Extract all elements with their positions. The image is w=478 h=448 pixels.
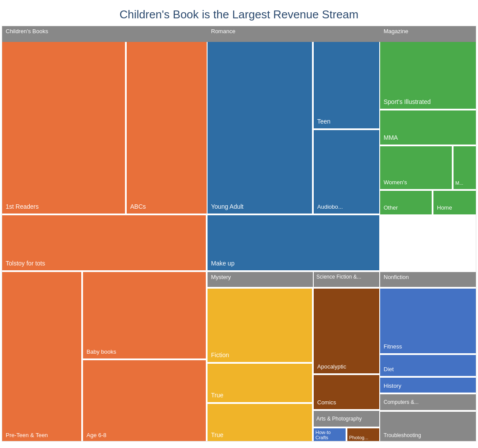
cell-apocalyptic: Apocalyptic xyxy=(314,289,380,374)
cell-tolstoy: Tolstoy for tots xyxy=(2,215,207,271)
mystery-header: Mystery xyxy=(208,272,314,288)
rom-header: Romance xyxy=(208,26,380,42)
treemap: Children's Books 1st Readers ABCs Tolsto… xyxy=(2,26,476,441)
cell-baby: Baby books xyxy=(83,272,207,359)
cell-troubleshooting: Troubleshooting xyxy=(380,412,476,441)
cb-header: Children's Books xyxy=(2,26,208,42)
cell-true1: True xyxy=(208,364,313,403)
cell-teen: Teen xyxy=(314,42,380,129)
cell-diet: Diet xyxy=(380,355,476,377)
cell-womens: Women's xyxy=(380,146,453,190)
cell-photog: Photog... xyxy=(347,428,380,441)
cell-age6: Age 6-8 xyxy=(83,360,207,441)
cell-1st-readers: 1st Readers xyxy=(2,42,126,214)
cell-fiction: Fiction xyxy=(208,289,313,363)
nonfiction-header: Nonfiction xyxy=(380,272,476,288)
chart-heading: Children's Book is the Largest Revenue S… xyxy=(0,0,478,26)
cell-abcs: ABCs xyxy=(127,42,207,214)
cell-comics: Comics xyxy=(314,375,380,410)
cell-young-adult: Young Adult xyxy=(208,42,313,214)
cell-history: History xyxy=(380,378,476,393)
cell-mma: MMA xyxy=(380,110,476,145)
cell-arts: Arts & Photography xyxy=(314,411,380,427)
cell-computers: Computers &... xyxy=(380,394,476,411)
cell-home: Home xyxy=(433,191,476,215)
cell-m: M... xyxy=(454,146,476,190)
cell-preteen: Pre-Teen & Teen xyxy=(2,272,82,441)
cell-sports: Sport's Illustrated xyxy=(380,42,476,110)
cell-makeup: Make up xyxy=(208,215,380,271)
full-page: Children's Book is the Largest Revenue S… xyxy=(0,0,478,448)
cell-true2: True xyxy=(208,404,313,441)
cell-howto: How-to Crafts xyxy=(314,428,346,441)
cell-other: Other xyxy=(380,191,433,215)
cell-fitness: Fitness xyxy=(380,289,476,354)
cell-audiobook: Audiobo... xyxy=(314,130,380,214)
mag-header: Magazine xyxy=(380,26,476,42)
scifi-header: Science Fiction &... xyxy=(314,272,380,288)
